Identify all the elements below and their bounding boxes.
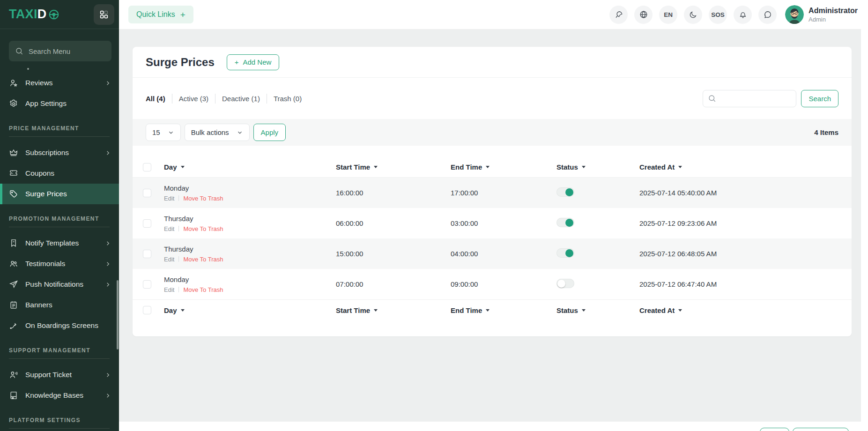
column-header-created-at[interactable]: Created At [639,163,852,171]
section-divider [9,136,110,137]
section-divider [9,227,110,227]
move-to-trash-link[interactable]: Move To Trash [183,225,223,232]
search-icon [708,94,716,103]
sidebar-item-testimonials[interactable]: Testimonials [0,253,119,274]
column-label: Created At [639,306,675,314]
sidebar-item-support-ticket[interactable]: Support Ticket [0,364,119,385]
filter-row: All (4) Active (3) Deactive (1) Trash (0… [133,78,852,119]
sidebar-item-surge-prices[interactable]: Surge Prices [0,184,119,204]
tab-all[interactable]: All (4) [146,94,172,104]
bulk-actions-select[interactable]: Bulk actions [185,124,250,141]
apply-button[interactable]: Apply [253,124,286,141]
sort-caret-icon [486,166,490,168]
sos-button[interactable]: SOS [709,6,727,24]
add-new-button[interactable]: + Add New [227,54,280,70]
search-area: Search [703,90,838,107]
day-value: Monday [164,184,336,192]
created-at-value: 2025-07-14 05:40:00 AM [639,189,852,197]
tag-icon [9,189,19,199]
action-separator [178,226,179,231]
sidebar-item-push-notifications[interactable]: Push Notifications [0,274,119,295]
select-all-checkbox[interactable] [143,306,151,314]
sidebar-scrollbar-thumb[interactable] [117,280,119,349]
move-to-trash-link[interactable]: Move To Trash [183,256,223,263]
sidebar-section-promotion-management: PROMOTION MANAGEMENT [0,204,119,227]
move-to-trash-link[interactable]: Move To Trash [183,195,223,202]
edit-link[interactable]: Edit [164,256,174,263]
column-header-day[interactable]: Day [164,163,336,171]
sidebar-item-banners[interactable]: Banners [0,295,119,315]
route-icon [9,321,19,330]
sidebar-item-knowledge-bases[interactable]: Knowledge Bases [0,385,119,406]
dark-mode-button[interactable] [684,6,702,24]
quick-links-button[interactable]: Quick Links + [128,6,193,23]
tab-trash[interactable]: Trash (0) [267,94,308,104]
column-footer-start-time[interactable]: Start Time [336,306,451,314]
row-checkbox[interactable] [143,189,151,197]
sidebar-item-notify-templates[interactable]: Notify Templates [0,233,119,253]
sidebar-search-input[interactable]: Search Menu [9,41,111,61]
chevron-down-icon [237,129,243,136]
column-footer-end-time[interactable]: End Time [451,306,556,314]
column-footer-status[interactable]: Status [556,306,639,314]
section-label: PLATFORM SETTINGS [9,417,110,424]
select-all-checkbox[interactable] [143,163,151,171]
partial-bottom-button[interactable] [760,428,789,431]
table-footer-row: Day Start Time End Time Status Created A… [133,299,852,320]
language-globe-button[interactable] [634,6,653,24]
globe-icon [639,10,648,19]
bell-icon [738,10,748,19]
status-toggle[interactable] [556,279,574,288]
status-toggle[interactable] [556,248,574,258]
theme-customizer-button[interactable] [609,6,628,24]
taxido-logo[interactable]: TAXID [9,7,60,22]
status-toggle[interactable] [556,187,574,197]
column-header-start-time[interactable]: Start Time [336,163,451,171]
search-button[interactable]: Search [801,90,838,107]
row-checkbox[interactable] [143,219,151,228]
page-scrollbar-track[interactable] [861,29,868,431]
search-input[interactable] [720,95,791,103]
notifications-button[interactable] [734,6,752,24]
sort-caret-icon [582,166,586,168]
grid-icon [99,9,109,20]
sidebar-collapse-button[interactable] [94,4,114,25]
column-footer-day[interactable]: Day [164,306,336,314]
row-checkbox[interactable] [143,280,151,289]
bulk-actions-controls: 15 Bulk actions Apply [146,124,286,141]
user-menu[interactable]: Administrator Admin [785,5,858,24]
edit-link[interactable]: Edit [164,225,174,232]
per-page-select[interactable]: 15 [146,124,181,141]
sidebar-item-label: Surge Prices [25,190,67,198]
column-label: End Time [451,306,482,314]
messages-button[interactable] [758,6,777,24]
language-en-button[interactable]: EN [659,6,677,24]
table-search-box [703,90,796,107]
column-header-end-time[interactable]: End Time [451,163,556,171]
edit-link[interactable]: Edit [164,195,174,202]
sidebar-item-coupons[interactable]: Coupons [0,163,119,184]
chat-icon [763,10,772,19]
chevron-right-icon [104,372,111,379]
tab-deactive[interactable]: Deactive (1) [215,94,267,104]
support-person-icon [9,370,19,379]
sidebar-item-reviews[interactable]: Reviews [0,73,119,93]
start-time-value: 06:00:00 [336,219,451,227]
column-footer-created-at[interactable]: Created At [639,306,852,314]
row-checkbox[interactable] [143,250,151,258]
crown-icon [9,148,19,157]
surge-prices-card: Surge Prices + Add New All (4) Active (3… [133,47,852,336]
sort-caret-icon [181,166,185,168]
edit-link[interactable]: Edit [164,286,174,293]
sidebar-section-platform-settings: PLATFORM SETTINGS [0,406,119,429]
column-header-status[interactable]: Status [556,163,639,171]
ticket-icon [9,169,19,178]
status-toggle[interactable] [556,218,574,227]
sidebar-item-on-boardings-screens[interactable]: On Boardings Screens [0,315,119,336]
tab-active[interactable]: Active (3) [172,94,215,104]
sidebar-item-subscriptions[interactable]: Subscriptions [0,142,119,163]
section-label: SUPPORT MANAGEMENT [9,347,110,354]
move-to-trash-link[interactable]: Move To Trash [183,286,223,293]
partial-bottom-button[interactable] [793,428,849,431]
sidebar-item-app-settings[interactable]: App Settings [0,93,119,114]
